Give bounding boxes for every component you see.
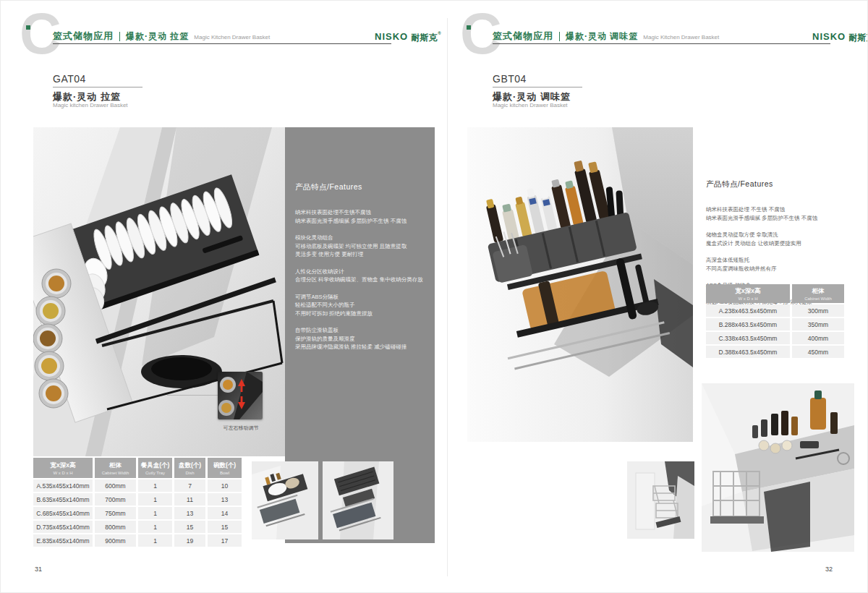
series-label-en: Magic Kitchen Drawer Basket xyxy=(194,33,270,40)
logo-registered-mark: ® xyxy=(438,31,441,35)
logo-cn: 耐斯克 xyxy=(411,32,437,44)
feature-paragraph: 可调节ABS分隔板 轻松适配不同大小的瓶子 不用时可拆卸 拒绝约束随意摆放 xyxy=(295,293,425,318)
feature-line: 纳米表面光滑手感细腻 多层防护不生锈 不腐蚀 xyxy=(706,214,859,223)
basket-detail-illustration xyxy=(252,461,318,539)
feature-line: 模块化灵动组合 xyxy=(295,234,425,242)
nisko-logo: NISKO 耐斯克 ® xyxy=(375,31,441,44)
feature-line: 可调节ABS分隔板 xyxy=(295,293,425,302)
wire-basket-illustration xyxy=(627,461,694,539)
feature-paragraph: 储物盒灵动提取方便 拿取清洗 魔盒式设计 灵动组合 让收纳更便捷实用 xyxy=(706,231,859,247)
category-label: 篮式储物应用 xyxy=(493,30,553,43)
table-cell: E.835x455x140mm xyxy=(33,534,93,547)
table-cell: 13 xyxy=(174,507,205,519)
left-spec-table: 宽x深x高W x D x H 柜体Cabinet Width 餐具盒(个)Cut… xyxy=(33,458,242,547)
table-cell: 11 xyxy=(174,493,205,505)
countertop-scene-illustration xyxy=(702,383,854,552)
table-cell: 450mm xyxy=(792,346,844,358)
table-cell: 1 xyxy=(138,493,172,505)
left-small-photo-2 xyxy=(323,461,393,539)
callout-line xyxy=(167,395,219,396)
adjustable-divider-detail-illustration xyxy=(218,372,263,419)
table-cell: 1 xyxy=(138,479,172,492)
table-header-cell: 宽x深x高W x D x H xyxy=(706,284,790,303)
feature-line: 灵活多变 使用方便 更耐打理 xyxy=(295,250,425,259)
table-cell: 17 xyxy=(208,534,242,547)
feature-line: 储物盒灵动提取方便 拿取清洗 xyxy=(706,231,859,239)
table-cell: D.388x463.5x450mm xyxy=(706,346,790,358)
feature-line: 轻松适配不同大小的瓶子 xyxy=(295,301,425,310)
spice-basket-illustration xyxy=(467,127,693,442)
table-cell: 15 xyxy=(174,521,205,533)
table-cell: 1 xyxy=(138,521,172,533)
right-tall-photo xyxy=(702,383,854,552)
logo-latin: NISKO xyxy=(375,31,408,42)
page-header: 篮式储物应用 爆款·灵动 拉篮 Magic Kitchen Drawer Bas… xyxy=(53,30,270,43)
feature-line: 不用时可拆卸 拒绝约束随意摆放 xyxy=(295,310,425,318)
catalog-spread: C 篮式储物应用 爆款·灵动 拉篮 Magic Kitchen Drawer B… xyxy=(0,0,868,593)
feature-line: 可移动底板及碗碟架 均可独立使用 且随意提取 xyxy=(295,242,425,251)
table-cell: 10 xyxy=(208,479,242,492)
feature-line: 人性化分区收纳设计 xyxy=(295,268,425,276)
feature-line: 纳米科技表面处理 不生锈 不腐蚀 xyxy=(706,205,859,214)
feature-line: 不同高度调味瓶收纳井然有序 xyxy=(706,265,859,273)
header-rule xyxy=(493,43,830,44)
feature-line: 保护滑轨的质量及顺滑度 xyxy=(295,335,425,344)
feature-paragraph: 自带防尘滑轨盖板 保护滑轨的质量及顺滑度 采用品牌缓冲隐藏滑轨 推拉轻柔 减少磕… xyxy=(295,326,425,351)
feature-line: 纳米科技表面处理不生锈不腐蚀 xyxy=(295,208,425,217)
header-divider xyxy=(119,32,120,41)
table-header-cell: 餐具盒(个)Cutly Tray xyxy=(138,458,172,478)
feature-line: 纳米表面光滑手感细腻 多层防护不生锈 不腐蚀 xyxy=(295,217,425,226)
series-label: 爆款·灵动 拉篮 xyxy=(126,30,189,43)
table-cell: D.735x455x140mm xyxy=(33,521,93,533)
logo-cn: 耐斯克 xyxy=(848,32,868,44)
header-divider xyxy=(559,32,560,41)
logo-latin: NISKO xyxy=(812,31,846,42)
table-header-cell: 碗数(个)Bowl xyxy=(208,458,242,478)
nisko-logo: NISKO 耐斯克 ® xyxy=(812,31,868,44)
page-header: 篮式储物应用 爆款·灵动 调味篮 Magic Kitchen Drawer Ba… xyxy=(493,30,719,43)
feature-line: 魔盒式设计 灵动组合 让收纳更便捷实用 xyxy=(706,239,859,248)
table-cell: 600mm xyxy=(95,479,136,492)
features-title: 产品特点/Features xyxy=(706,179,859,189)
table-cell: 350mm xyxy=(792,318,844,330)
table-cell: 400mm xyxy=(792,332,844,344)
feature-line: 合理分区 科学收纳碗碟架、置物盒 集中收纳分类存放 xyxy=(295,276,425,284)
product-name-en: Magic kitchen Drawer Basket xyxy=(493,102,568,108)
table-header-cell: 柜体Cabinet Width xyxy=(95,458,136,478)
table-cell: B.288x463.5x450mm xyxy=(706,318,790,330)
table-cell: 800mm xyxy=(95,521,136,533)
inset-detail-photo xyxy=(218,372,263,419)
page-number: 31 xyxy=(35,566,42,573)
page-number: 32 xyxy=(825,566,833,573)
table-cell: 300mm xyxy=(792,304,844,317)
table-cell: 13 xyxy=(208,493,242,505)
series-label-en: Magic Kitchen Drawer Basket xyxy=(643,33,719,40)
table-cell: 700mm xyxy=(95,493,136,505)
table-header-cell: 柜体Cabinet Width xyxy=(792,284,844,303)
page-fold-divider xyxy=(447,18,448,576)
table-cell: 1 xyxy=(138,507,172,519)
feature-paragraph: 人性化分区收纳设计 合理分区 科学收纳碗碟架、置物盒 集中收纳分类存放 xyxy=(295,268,425,284)
watermark-green-dot xyxy=(26,25,30,30)
series-label: 爆款·灵动 调味篮 xyxy=(566,30,638,43)
table-cell: 1 xyxy=(138,534,172,547)
table-header-cell: 盘数(个)Dish xyxy=(174,458,205,478)
feature-paragraph: 纳米科技表面处理不生锈不腐蚀 纳米表面光滑手感细腻 多层防护不生锈 不腐蚀 xyxy=(295,208,425,225)
basket-tiers-illustration xyxy=(323,461,393,539)
features-title: 产品特点/Features xyxy=(295,182,425,192)
table-cell: C.685x455x140mm xyxy=(33,507,93,519)
right-spec-table: 宽x深x高W x D x H 柜体Cabinet Width A.238x463… xyxy=(706,284,844,358)
feature-paragraph: 纳米科技表面处理 不生锈 不腐蚀 纳米表面光滑手感细腻 多层防护不生锈 不腐蚀 xyxy=(706,205,859,222)
right-main-photo xyxy=(467,127,693,442)
table-cell: 750mm xyxy=(95,507,136,519)
feature-line: 自带防尘滑轨盖板 xyxy=(295,326,425,335)
feature-line: 采用品牌缓冲隐藏滑轨 推拉轻柔 减少磕碰碰撞 xyxy=(295,343,425,351)
feature-line: 高深盒体低矮瓶托 xyxy=(706,256,859,265)
table-cell: 900mm xyxy=(95,534,136,547)
watermark-green-dot xyxy=(467,25,471,30)
product-model: GAT04 xyxy=(53,73,86,85)
inset-caption: 可左右移动调节 xyxy=(209,425,273,432)
table-cell: A.535x455x140mm xyxy=(33,479,93,492)
model-underline xyxy=(493,87,582,88)
left-small-photo-1 xyxy=(252,461,318,539)
